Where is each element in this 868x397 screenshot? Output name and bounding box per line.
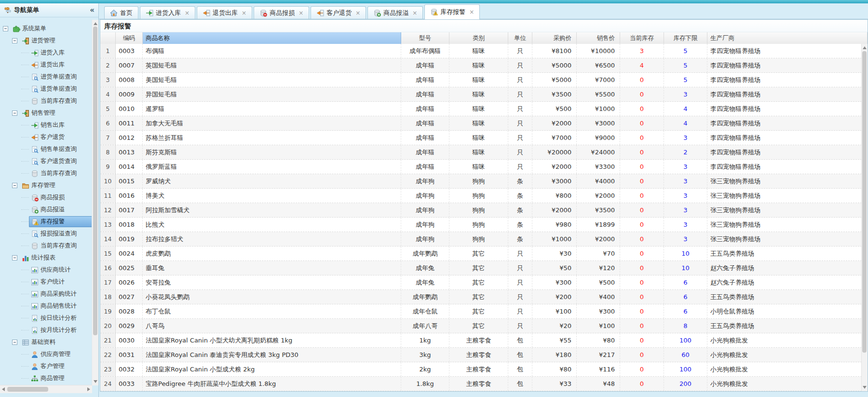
- column-header-sale[interactable]: 销售价: [577, 32, 620, 44]
- tab-purchase-in[interactable]: 进货入库×: [140, 6, 195, 19]
- grid-scrollbar-thumb[interactable]: [862, 51, 867, 353]
- tree-collapse-box[interactable]: [12, 340, 17, 345]
- table-row[interactable]: 20007英国短毛猫成年猫猫咪只¥5000¥650045李四宠物猫养殖场: [100, 58, 862, 73]
- close-icon[interactable]: ×: [412, 10, 417, 16]
- table-row[interactable]: 80013斯芬克斯猫成年猫猫咪只¥20000¥2400002李四宠物猫养殖场: [100, 145, 862, 160]
- tree-connector: [21, 221, 29, 222]
- column-header-code[interactable]: 编码: [116, 32, 143, 44]
- tree-collapse-box[interactable]: [3, 26, 8, 31]
- collapse-sidebar-button[interactable]: «: [90, 7, 95, 14]
- sidebar-item-customer-return[interactable]: 客户退货: [0, 131, 92, 143]
- sidebar-item-loss-overflow-query[interactable]: 报损报溢查询: [0, 228, 92, 240]
- column-header-maker[interactable]: 生产厂商: [707, 32, 868, 44]
- sidebar-item-goods-loss[interactable]: 商品报损: [0, 192, 92, 204]
- sidebar-item-goods-overflow[interactable]: 商品报溢: [0, 204, 92, 216]
- tree-connector: [21, 282, 29, 282]
- tree-collapse-box[interactable]: [12, 183, 17, 188]
- sidebar-item-return-out[interactable]: 退货出库: [0, 59, 92, 71]
- column-header-lower[interactable]: 库存下限: [664, 32, 707, 44]
- close-icon[interactable]: ×: [242, 10, 246, 16]
- sidebar-item-purchase-order-query[interactable]: 进货单据查询: [0, 71, 92, 83]
- tab-customer-return[interactable]: 客户退货×: [311, 6, 366, 19]
- tree-collapse-box[interactable]: [12, 110, 17, 116]
- table-row[interactable]: 170026安哥拉兔成年兔其它只¥300¥50006赵六兔子养殖场: [100, 275, 862, 290]
- table-row[interactable]: 220031法国皇家Royal Canin 泰迪贵宾专用成犬粮 3kg PD30…: [100, 348, 862, 362]
- sidebar-item-supplier-stats[interactable]: 供应商统计: [0, 264, 92, 276]
- scroll-right-arrow[interactable]: [87, 387, 90, 391]
- sidebar-item-stock-mgmt[interactable]: 库存管理: [0, 179, 92, 192]
- column-header-current[interactable]: 当前库存: [620, 32, 664, 44]
- sidebar-item-system-menu[interactable]: 系统菜单: [0, 23, 92, 35]
- tree-collapse-box[interactable]: [12, 255, 17, 260]
- table-row[interactable]: 90014俄罗斯蓝猫成年猫猫咪只¥2000¥330003李四宠物猫养殖场: [100, 160, 862, 174]
- cell-model: 成年狗: [401, 218, 449, 232]
- column-header-num[interactable]: [100, 32, 116, 44]
- close-icon[interactable]: ×: [355, 10, 360, 16]
- table-row[interactable]: 100015罗威纳犬成年狗狗狗条¥3000¥400003张三宠物狗养殖场: [100, 174, 862, 189]
- tab-stock-alert[interactable]: 库存报警×: [424, 4, 480, 19]
- table-row[interactable]: 240033宝路Pedigree 牛肉肝蔬菜中小型成犬粮 1.8kg1.8kg主…: [100, 377, 862, 391]
- table-row[interactable]: 120017阿拉斯加雪橇犬成年狗狗狗条¥2000¥350003张三宠物狗养殖场: [100, 203, 862, 218]
- sidebar-item-goods-mgmt[interactable]: 商品管理: [0, 372, 92, 384]
- scroll-up-arrow[interactable]: [94, 22, 97, 25]
- column-header-purchase[interactable]: 采购价: [532, 32, 577, 44]
- tab-home[interactable]: 首页: [104, 6, 138, 19]
- tab-goods-loss[interactable]: 商品报损×: [254, 6, 309, 19]
- cell-category: 其它: [449, 275, 508, 289]
- sidebar-item-customer-stats[interactable]: 客户统计: [0, 276, 92, 288]
- sidebar-item-sales-mgmt[interactable]: 销售管理: [0, 107, 92, 119]
- sidebar-item-return-order-query[interactable]: 退货单据查询: [0, 83, 92, 95]
- tree-collapse-box[interactable]: [12, 38, 17, 43]
- table-row[interactable]: 200029八哥鸟成年八哥其它只¥20¥10008王五鸟类养殖场: [100, 319, 862, 333]
- tab-return-out[interactable]: 退货出库×: [197, 6, 252, 19]
- sidebar-item-current-stock-query-3[interactable]: 当前库存查询: [0, 240, 92, 252]
- table-row[interactable]: 110016博美犬成年狗狗狗条¥800¥200003张三宠物狗养殖场: [100, 189, 862, 203]
- sidebar-item-purchase-in[interactable]: 进货入库: [0, 47, 92, 59]
- scroll-down-arrow[interactable]: [94, 380, 97, 383]
- sidebar-item-stats-report[interactable]: 统计报表: [0, 252, 92, 264]
- grid-scroll-up-arrow[interactable]: [863, 46, 867, 49]
- sidebar-item-goods-sales-stats[interactable]: 商品销售统计: [0, 300, 92, 312]
- sidebar-item-customer-mgmt[interactable]: 客户管理: [0, 360, 92, 372]
- sidebar-item-daily-stats[interactable]: 按日统计分析: [0, 312, 92, 324]
- table-row[interactable]: 160025垂耳兔成年兔其它只¥50¥120010赵六兔子养殖场: [100, 261, 862, 275]
- sidebar-item-sales-order-query[interactable]: 销售单据查询: [0, 143, 92, 155]
- sidebar-item-purchase-mgmt[interactable]: 进货管理: [0, 35, 92, 47]
- table-row[interactable]: 210030法国皇家Royal Canin 小型犬幼犬离乳期奶糕粮 1kg1kg…: [100, 333, 862, 348]
- sidebar-scrollbar-thumb[interactable]: [93, 27, 97, 335]
- sidebar-item-customer-return-query[interactable]: 客户退货查询: [0, 155, 92, 167]
- table-row[interactable]: 190028布丁仓鼠成年仓鼠其它只¥100¥30006小明仓鼠养殖场: [100, 304, 862, 319]
- close-icon[interactable]: ×: [469, 9, 474, 15]
- table-row[interactable]: 70012苏格兰折耳猫成年猫猫咪只¥7000¥900003李四宠物猫养殖场: [100, 131, 862, 145]
- close-icon[interactable]: ×: [298, 10, 303, 16]
- table-row[interactable]: 10003布偶猫成年布偶猫猫咪只¥8100¥1000035李四宠物猫养殖场: [100, 44, 862, 58]
- tree-item-label: 商品管理: [41, 374, 65, 383]
- column-header-category[interactable]: 类别: [449, 32, 508, 44]
- table-row[interactable]: 30008美国短毛猫成年猫猫咪只¥5000¥700005李四宠物猫养殖场: [100, 73, 862, 87]
- grid-scroll-down-arrow[interactable]: [863, 386, 867, 389]
- sidebar-item-sales-out[interactable]: 销售出库: [0, 119, 92, 131]
- column-header-model[interactable]: 型号: [401, 32, 449, 44]
- table-row[interactable]: 130018比熊犬成年狗狗狗条¥980¥189903张三宠物狗养殖场: [100, 218, 862, 232]
- sidebar-item-current-stock-query-1[interactable]: 当前库存查询: [0, 95, 92, 107]
- column-header-name[interactable]: 商品名称: [143, 32, 401, 44]
- cell-maker: 李四宠物猫养殖场: [707, 58, 862, 72]
- tab-goods-overflow[interactable]: 商品报溢×: [367, 6, 423, 19]
- close-icon[interactable]: ×: [185, 10, 190, 16]
- table-row[interactable]: 230032法国皇家Royal Canin 小型成犬粮 2kg2kg主粮零食包¥…: [100, 362, 862, 377]
- column-header-unit[interactable]: 单位: [508, 32, 532, 44]
- table-row[interactable]: 60011加拿大无毛猫成年猫猫咪只¥2000¥300004李四宠物猫养殖场: [100, 116, 862, 131]
- scroll-left-arrow[interactable]: [2, 387, 5, 391]
- table-row[interactable]: 40009异国短毛猫成年猫猫咪只¥3500¥550003李四宠物猫养殖场: [100, 87, 862, 102]
- sidebar-item-goods-purchase-stats[interactable]: 商品采购统计: [0, 288, 92, 300]
- sidebar-item-base-data[interactable]: 基础资料: [0, 336, 92, 348]
- table-row[interactable]: 50010暹罗猫成年猫猫咪只¥500¥100004李四宠物猫养殖场: [100, 102, 862, 116]
- table-row[interactable]: 140019拉布拉多猎犬成年狗狗狗条¥1000¥200003张三宠物狗养殖场: [100, 232, 862, 246]
- sidebar-item-supplier-mgmt[interactable]: 供应商管理: [0, 348, 92, 360]
- sidebar-item-current-stock-query-2[interactable]: 当前库存查询: [0, 167, 92, 179]
- sidebar-item-stock-alert[interactable]: 库存报警: [0, 216, 92, 228]
- sidebar-hscrollbar-thumb[interactable]: [7, 387, 48, 392]
- table-row[interactable]: 180027小葵花凤头鹦鹉成年鹦鹉其它只¥200¥40006王五鸟类养殖场: [100, 290, 862, 304]
- table-row[interactable]: 150024虎皮鹦鹉成年鹦鹉其它只¥30¥70010王五鸟类养殖场: [100, 246, 862, 261]
- sidebar-item-monthly-stats[interactable]: 按月统计分析: [0, 324, 92, 336]
